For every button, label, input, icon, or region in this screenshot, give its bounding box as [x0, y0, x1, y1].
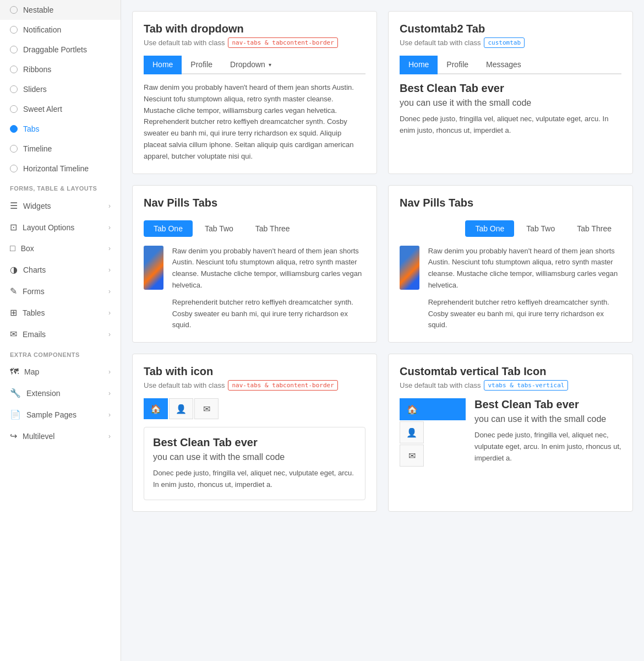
- tab-messages[interactable]: Messages: [477, 56, 530, 74]
- circle-icon: [10, 165, 18, 172]
- sidebar-item-horizontal-timeline[interactable]: Horizontal Timeline: [0, 159, 121, 178]
- arrow-icon: ›: [108, 389, 111, 397]
- sidebar: Nestable Notification Draggable Portlets…: [0, 0, 121, 661]
- card-subtitle: Use default tab with class nav-tabs & ta…: [144, 380, 365, 391]
- tab-dropdown[interactable]: Dropdown ▾: [221, 56, 280, 74]
- media-text: Raw denim you probably haven't heard of …: [172, 246, 365, 332]
- widgets-icon: ☰: [10, 201, 18, 211]
- dropdown-arrow-icon: ▾: [269, 62, 271, 68]
- icon-tab-home[interactable]: 🏠: [144, 398, 168, 419]
- vtab-profile[interactable]: 👤: [400, 421, 424, 443]
- icon-tab-messages[interactable]: ✉: [194, 398, 219, 419]
- tab-profile[interactable]: Profile: [182, 56, 221, 74]
- code-badge: nav-tabs & tabcontent-border: [228, 380, 337, 391]
- sidebar-item-timeline[interactable]: Timeline: [0, 139, 121, 159]
- circle-icon: [10, 6, 18, 14]
- sidebar-item-nestable[interactable]: Nestable: [0, 0, 121, 20]
- arrow-icon: ›: [108, 266, 111, 274]
- clean-title: Best Clean Tab ever: [400, 82, 621, 95]
- sidebar-item-sample-pages[interactable]: 📄 Sample Pages ›: [0, 404, 121, 425]
- arrow-icon: ›: [108, 330, 111, 338]
- circle-icon: [10, 66, 18, 73]
- arrow-icon: ›: [108, 309, 111, 317]
- vtabs-layout: 🏠 👤 ✉ Best Clean Tab ever you can use it…: [400, 398, 621, 467]
- nav-tabs: Home Profile Dropdown ▾: [144, 56, 365, 74]
- sidebar-item-map[interactable]: 🗺 Map ›: [0, 361, 121, 382]
- multilevel-icon: ↪: [10, 431, 17, 441]
- card-tab-with-dropdown: Tab with dropdown Use default tab with c…: [132, 11, 377, 174]
- code-badge: nav-tabs & tabcontent-border: [228, 37, 337, 48]
- pill-tab-three[interactable]: Tab Three: [245, 220, 300, 237]
- icon-tab-profile[interactable]: 👤: [169, 398, 193, 419]
- arrow-icon: ›: [108, 368, 111, 376]
- card-title: Customtab2 Tab: [400, 23, 621, 35]
- pill-tab-three[interactable]: Tab Three: [567, 220, 621, 237]
- forms-icon: ✎: [10, 286, 17, 296]
- card-title: Tab with icon: [144, 365, 365, 378]
- vtabs-content: Best Clean Tab ever you can use it with …: [466, 398, 621, 467]
- sidebar-item-sweet-alert[interactable]: Sweet Alert: [0, 99, 121, 119]
- clean-tab-content: Best Clean Tab ever you can use it with …: [400, 82, 621, 137]
- sidebar-item-layout-options[interactable]: ⊡ Layout Options ›: [0, 216, 121, 238]
- sample-pages-icon: 📄: [10, 409, 21, 420]
- tables-icon: ⊞: [10, 307, 17, 318]
- nav-pills: Tab One Tab Two Tab Three: [400, 220, 621, 237]
- tab-home[interactable]: Home: [400, 56, 438, 74]
- pill-tab-two[interactable]: Tab Two: [516, 220, 565, 237]
- sidebar-item-tables[interactable]: ⊞ Tables ›: [0, 302, 121, 323]
- pill-tab-one[interactable]: Tab One: [465, 220, 514, 237]
- sidebar-item-forms[interactable]: ✎ Forms ›: [0, 280, 121, 302]
- pill-tab-two[interactable]: Tab Two: [195, 220, 243, 237]
- circle-icon: [10, 105, 18, 113]
- cards-grid: Tab with dropdown Use default tab with c…: [132, 11, 633, 512]
- circle-icon: [10, 85, 18, 93]
- card-nav-pills-left: Nav Pills Tabs Tab One Tab Two Tab Three…: [132, 185, 377, 343]
- media-content: Raw denim you probably haven't heard of …: [400, 246, 621, 332]
- arrow-icon: ›: [108, 245, 111, 252]
- arrow-icon: ›: [108, 202, 111, 210]
- tab-profile[interactable]: Profile: [438, 56, 477, 74]
- code-badge: vtabs & tabs-vertical: [484, 380, 568, 391]
- arrow-icon: ›: [108, 224, 111, 231]
- clean-subtitle: you can use it with the small code: [474, 414, 621, 424]
- sidebar-item-box[interactable]: □ Box ›: [0, 238, 121, 259]
- emails-icon: ✉: [10, 329, 17, 339]
- sidebar-item-ribbons[interactable]: Ribbons: [0, 59, 121, 79]
- vtab-home[interactable]: 🏠: [400, 398, 466, 420]
- card-customtab2: Customtab2 Tab Use default tab with clas…: [388, 11, 633, 174]
- rope-image: [144, 246, 163, 290]
- icon-tab-content: Best Clean Tab ever you can use it with …: [144, 427, 365, 500]
- main-content: Tab with dropdown Use default tab with c…: [121, 0, 644, 661]
- card-subtitle: Use default tab with class vtabs & tabs-…: [400, 380, 621, 391]
- sidebar-item-notification[interactable]: Notification: [0, 20, 121, 40]
- sidebar-item-charts[interactable]: ◑ Charts ›: [0, 259, 121, 280]
- sidebar-item-sliders[interactable]: Sliders: [0, 79, 121, 99]
- clean-title: Best Clean Tab ever: [474, 398, 621, 411]
- tab-home[interactable]: Home: [144, 56, 182, 74]
- vtabs-sidebar: 🏠 👤 ✉: [400, 398, 466, 467]
- charts-icon: ◑: [10, 264, 18, 275]
- arrow-icon: ›: [108, 288, 111, 295]
- card-nav-pills-right: Nav Pills Tabs Tab One Tab Two Tab Three…: [388, 185, 633, 343]
- circle-icon: [10, 26, 18, 34]
- pill-tab-one[interactable]: Tab One: [144, 220, 193, 237]
- clean-body: Donec pede justo, fringilla vel, aliquet…: [153, 468, 356, 491]
- sidebar-item-multilevel[interactable]: ↪ Multilevel ›: [0, 425, 121, 447]
- circle-icon: [10, 46, 18, 53]
- rope-image: [400, 246, 419, 290]
- sidebar-item-extension[interactable]: 🔧 Extension ›: [0, 382, 121, 404]
- extension-icon: 🔧: [10, 388, 21, 398]
- vtab-messages[interactable]: ✉: [400, 445, 424, 467]
- sidebar-item-draggable-portlets[interactable]: Draggable Portlets: [0, 40, 121, 59]
- card-title: Tab with dropdown: [144, 23, 365, 35]
- sidebar-item-widgets[interactable]: ☰ Widgets ›: [0, 195, 121, 216]
- sidebar-item-tabs[interactable]: Tabs: [0, 119, 121, 139]
- clean-title: Best Clean Tab ever: [153, 436, 356, 449]
- sidebar-item-emails[interactable]: ✉ Emails ›: [0, 323, 121, 345]
- icon-tabs-row: 🏠 👤 ✉: [144, 398, 365, 419]
- box-icon: □: [10, 243, 15, 253]
- media-content: Raw denim you probably haven't heard of …: [144, 246, 365, 332]
- clean-body: Donec pede justo, fringilla vel, aliquet…: [474, 430, 621, 464]
- clean-body: Donec pede justo, fringilla vel, aliquet…: [400, 113, 621, 137]
- section-label-forms: FORMS, TABLE & LAYOUTS: [0, 178, 121, 195]
